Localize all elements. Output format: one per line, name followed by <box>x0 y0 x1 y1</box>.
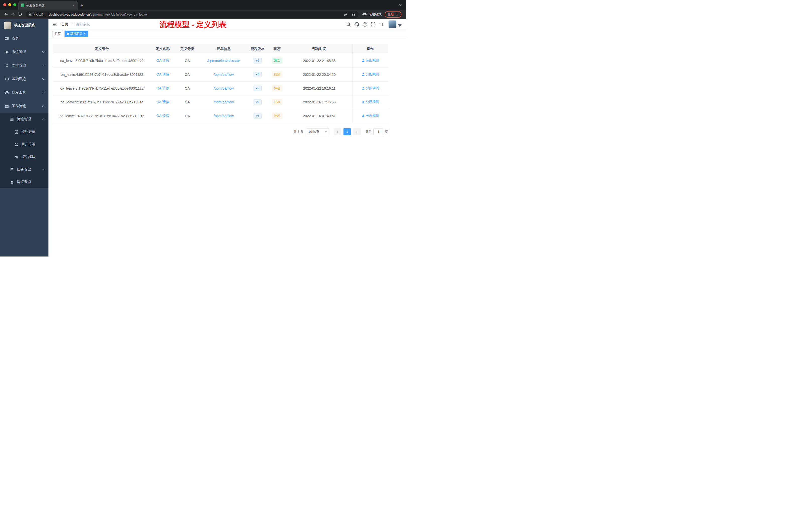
sidebar-logo[interactable]: 芋道管理系统 <box>0 19 49 32</box>
app-navbar: 首页 / 流程定义 流程模型 - 定义列表 ? <box>49 19 406 30</box>
next-page-button[interactable]: › <box>353 128 360 135</box>
chevron-icon <box>42 51 45 54</box>
form-info-link[interactable]: /bpm/oa/leave/create <box>207 59 240 63</box>
menu-item-icon <box>5 64 9 67</box>
breadcrumb-home[interactable]: 首页 <box>61 22 68 26</box>
form-info-link[interactable]: /bpm/oa/flow <box>214 100 233 104</box>
sidebar-menu-item[interactable]: 用户分组 <box>0 138 49 151</box>
tab-title: 芋道管理系统 <box>26 3 72 7</box>
current-page-button[interactable]: 1 <box>344 128 351 135</box>
column-header: 部署时间 <box>287 44 352 54</box>
sidebar-menu-item[interactable]: 任务管理 <box>0 163 49 176</box>
assign-rule-label: 分配规则 <box>366 58 379 63</box>
menu-item-label: 任务管理 <box>17 167 42 172</box>
menu-item-label: 基础设施 <box>12 77 42 81</box>
tags-view-tag[interactable]: 首页 × <box>53 31 63 37</box>
forward-button[interactable] <box>9 11 17 18</box>
page-size-value: 10条/页 <box>308 129 319 134</box>
menu-item-label: 工作流程 <box>12 104 42 109</box>
tab-close-icon[interactable]: × <box>72 3 75 7</box>
status-badge: 挂起 <box>272 71 283 78</box>
address-bar[interactable]: 不安全 | dashboard.yudao.iocoder.cn/bpm/man… <box>26 11 358 18</box>
assign-rule-button[interactable]: 分配规则 <box>361 58 379 63</box>
cell-deploy-time: 2022-01-22 20:34:10 <box>287 67 352 81</box>
cell-form-info: /bpm/oa/flow <box>200 95 248 109</box>
assign-rule-label: 分配规则 <box>366 86 379 90</box>
menu-item-label: 请假查询 <box>17 180 42 184</box>
menu-item-icon <box>14 155 18 159</box>
window-zoom-button[interactable] <box>13 3 16 6</box>
fullscreen-icon[interactable] <box>371 22 375 27</box>
font-size-icon[interactable] <box>379 22 384 27</box>
assign-rule-button[interactable]: 分配规则 <box>361 72 379 77</box>
page-size-select[interactable]: 10条/页 <box>306 128 329 135</box>
window-close-button[interactable] <box>3 3 6 6</box>
definition-name-link[interactable]: OA 请假 <box>156 100 169 104</box>
tag-label: 首页 <box>55 32 61 36</box>
url-separator: | <box>46 12 47 16</box>
definition-name-link[interactable]: OA 请假 <box>156 72 169 76</box>
sidebar-menu-item[interactable]: 流程表单 <box>0 125 49 138</box>
form-info-link[interactable]: /bpm/oa/flow <box>214 114 233 118</box>
sidebar-menu-item[interactable]: 支付管理 <box>0 59 49 72</box>
tag-close-icon[interactable]: × <box>83 32 86 36</box>
reload-button[interactable] <box>17 11 24 18</box>
menu-item-icon <box>10 168 14 172</box>
assign-rule-button[interactable]: 分配规则 <box>361 114 379 118</box>
assign-rule-button[interactable]: 分配规则 <box>361 86 379 90</box>
browser-update-button[interactable]: 更新 ⋮ <box>385 11 402 18</box>
sidebar-menu-item[interactable]: 首页 <box>0 32 49 45</box>
security-label[interactable]: 不安全 <box>34 12 44 17</box>
column-header: 表单信息 <box>200 44 248 54</box>
user-menu[interactable] <box>388 20 402 28</box>
caret-down-icon <box>398 23 402 28</box>
github-icon[interactable] <box>354 22 359 27</box>
definition-table: 定义编号定义名称定义分类表单信息流程版本状态部署时间操作 oa_leave:5:… <box>53 44 388 123</box>
status-badge: 挂起 <box>272 99 283 105</box>
sidebar-menu-item[interactable]: 流程管理 <box>0 113 49 125</box>
chevron-icon <box>42 91 45 94</box>
goto-page-input[interactable] <box>373 128 383 135</box>
app-root: 芋道管理系统 首页 系统管理 支付管理 <box>0 19 406 256</box>
definition-name-link[interactable]: OA 请假 <box>156 58 169 62</box>
menu-item-icon <box>5 104 9 108</box>
cell-definition-id: oa_leave:2:3c1f0ef1-76b1-11ec-9c66-a2380… <box>53 95 151 109</box>
password-key-icon[interactable] <box>344 12 348 16</box>
sidebar-menu-item[interactable]: 基础设施 <box>0 72 49 86</box>
assign-rule-button[interactable]: 分配规则 <box>361 100 379 104</box>
browser-window: 芋道管理系统 × + 不安全 | dashboard.yudao.iocoder… <box>0 0 406 19</box>
browser-menu-icon[interactable]: ⋮ <box>396 12 399 16</box>
cell-category: OA <box>175 54 200 67</box>
avatar[interactable] <box>388 20 397 28</box>
back-button[interactable] <box>2 11 9 18</box>
window-minimize-button[interactable] <box>8 3 11 6</box>
tags-view-tag[interactable]: 流程定义 × <box>64 31 88 37</box>
sidebar-menu-item[interactable]: 请假查询 <box>0 176 49 188</box>
status-badge: 挂起 <box>272 85 283 91</box>
hamburger-icon[interactable] <box>53 22 57 27</box>
new-tab-button[interactable]: + <box>80 3 83 8</box>
user-icon <box>361 59 365 62</box>
not-secure-warning-icon <box>29 12 32 16</box>
definition-name-link[interactable]: OA 请假 <box>156 86 169 90</box>
status-badge: 激活 <box>272 58 283 64</box>
tags-view-bar: 首页 × 流程定义 × <box>49 30 406 38</box>
tab-search-chevron-icon[interactable] <box>399 3 402 6</box>
sidebar-menu-item[interactable]: 流程模型 <box>0 151 49 163</box>
help-icon[interactable]: ? <box>363 22 367 27</box>
cell-version: v4 <box>248 67 268 81</box>
form-info-link[interactable]: /bpm/oa/flow <box>214 86 233 90</box>
sidebar-menu-item[interactable]: 研发工具 <box>0 86 49 99</box>
menu-item-label: 流程管理 <box>17 117 42 121</box>
form-info-link[interactable]: /bpm/oa/flow <box>214 72 233 77</box>
menu-item-icon <box>5 77 9 81</box>
search-icon[interactable] <box>346 22 351 27</box>
browser-tab[interactable]: 芋道管理系统 × <box>18 1 78 9</box>
prev-page-button[interactable]: ‹ <box>334 128 341 135</box>
sidebar-menu-item[interactable]: 系统管理 <box>0 45 49 59</box>
cell-actions: 分配规则 <box>352 95 388 109</box>
sidebar-menu-item[interactable]: 工作流程 <box>0 99 49 113</box>
definition-name-link[interactable]: OA 请假 <box>156 114 169 118</box>
sidebar-menu: 首页 系统管理 支付管理 基础设施 <box>0 32 49 188</box>
bookmark-star-icon[interactable] <box>351 12 355 16</box>
